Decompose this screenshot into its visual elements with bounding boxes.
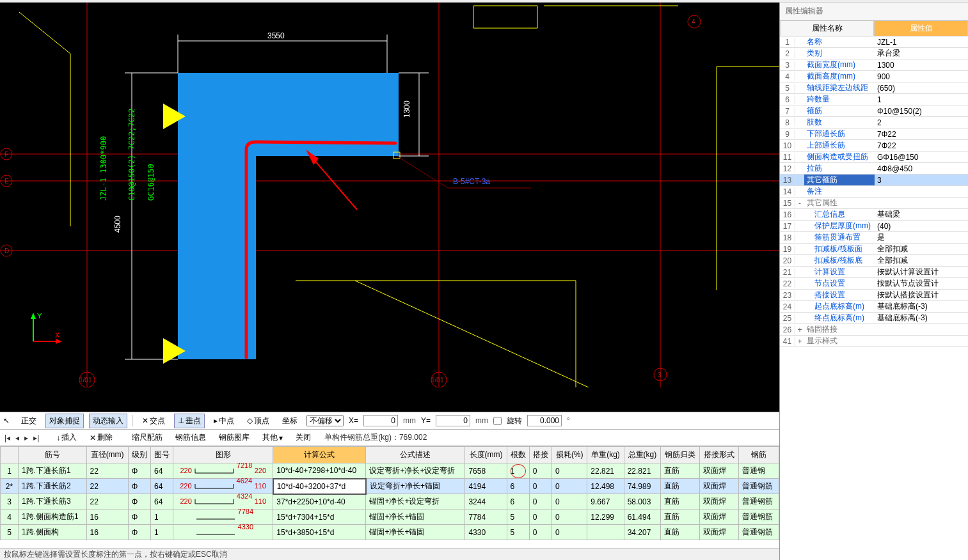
axis-num2: 4 bbox=[692, 19, 695, 26]
mid-btn[interactable]: ▸ 中点 bbox=[210, 414, 238, 428]
prop-row[interactable]: 14备注 bbox=[780, 186, 968, 198]
table-header[interactable]: 搭接 bbox=[529, 447, 551, 463]
table-header[interactable]: 计算公式 bbox=[273, 447, 366, 463]
cad-canvas[interactable]: 3 4 F E D 1/01 1/01 bbox=[0, 3, 779, 412]
prop-row[interactable]: 20扣减板/筏板底全部扣减 bbox=[780, 255, 968, 267]
table-header[interactable]: 损耗(%) bbox=[552, 447, 587, 463]
prop-row[interactable]: 12拉筋4Φ8@450 bbox=[780, 163, 968, 175]
prop-row[interactable]: 4截面高度(mm)900 bbox=[780, 71, 968, 82]
close-btn[interactable]: 关闭 bbox=[292, 431, 314, 444]
svg-text:D: D bbox=[4, 247, 9, 254]
prop-row[interactable]: 11侧面构造或受扭筋GΦ16@150 bbox=[780, 152, 968, 163]
table-row[interactable]: 41跨.侧面构造筋116Φ17784 15*d+7304+15*d锚固+净长+锚… bbox=[1, 509, 779, 525]
svg-marker-26 bbox=[56, 339, 62, 344]
dim-right: 1300 bbox=[402, 100, 411, 118]
table-row[interactable]: 31跨.下通长筋322Φ642204324 11037*d+2250+10*d-… bbox=[1, 494, 779, 509]
prop-row[interactable]: 16汇总信息基础梁 bbox=[780, 209, 968, 221]
table-header[interactable]: 单重(kg) bbox=[587, 447, 624, 463]
table-header[interactable]: 级别 bbox=[128, 447, 150, 463]
snap-toolbar: ↖ 正交 对象捕捉 动态输入 ✕ 交点 ⊥ 垂点 ▸ 中点 ◇ 顶点 坐标 不偏… bbox=[0, 412, 779, 430]
prop-row[interactable]: 26+锚固搭接 bbox=[780, 324, 968, 336]
perp-btn[interactable]: ⊥ 垂点 bbox=[174, 414, 205, 428]
prop-row[interactable]: 8肢数2 bbox=[780, 117, 968, 128]
prop-row[interactable]: 19扣减板/筏板面全部扣减 bbox=[780, 244, 968, 255]
ortho-btn[interactable]: 正交 bbox=[17, 414, 40, 428]
property-panel: 属性编辑器 属性名称 属性值 1名称JZL-12类别承台梁3截面宽度(mm)13… bbox=[779, 3, 968, 560]
axis-bot: 1/01 bbox=[79, 377, 92, 384]
table-header[interactable]: 搭接形式 bbox=[699, 447, 738, 463]
table-header[interactable]: 图号 bbox=[150, 447, 173, 463]
axis-num: 3 bbox=[658, 371, 662, 378]
insert-btn[interactable]: ↓ 插入 bbox=[53, 431, 80, 444]
table-header[interactable]: 公式描述 bbox=[366, 447, 465, 463]
dim-top: 3550 bbox=[267, 31, 285, 40]
rotate-input[interactable] bbox=[527, 415, 562, 426]
prop-row[interactable]: 10上部通长筋7Φ22 bbox=[780, 140, 968, 152]
prop-row[interactable]: 13其它箍筋3 bbox=[780, 175, 968, 186]
x-input[interactable] bbox=[363, 415, 398, 426]
lib-btn[interactable]: 钢筋图库 bbox=[216, 431, 253, 444]
table-header[interactable]: 钢筋 bbox=[738, 447, 779, 463]
svg-line-21 bbox=[397, 156, 448, 188]
y-input[interactable] bbox=[436, 415, 470, 426]
prop-row[interactable]: 5轴线距梁左边线距(650) bbox=[780, 82, 968, 94]
prop-row[interactable]: 25终点底标高(m)基础底标高(-3) bbox=[780, 313, 968, 324]
table-header[interactable]: 长度(mm) bbox=[465, 447, 507, 463]
table-header[interactable] bbox=[1, 447, 19, 463]
statusbar: 按鼠标左键选择需设置长度标注的第一点，按右键确定或ESC取消 bbox=[0, 548, 779, 560]
prop-row[interactable]: 1名称JZL-1 bbox=[780, 36, 968, 48]
svg-text:E: E bbox=[4, 178, 9, 185]
rotate-check[interactable] bbox=[493, 417, 502, 425]
table-header[interactable]: 直径(mm) bbox=[86, 447, 128, 463]
prop-title: 属性编辑器 bbox=[780, 3, 968, 20]
coord-btn[interactable]: 坐标 bbox=[278, 414, 301, 428]
cross-btn[interactable]: ✕ 交点 bbox=[138, 414, 169, 428]
first-icon[interactable]: |◂ bbox=[3, 433, 12, 442]
table-row[interactable]: 11跨.下通长筋122Φ642207218 22010*d-40+7298+10… bbox=[1, 463, 779, 479]
prop-row[interactable]: 18箍筋贯通布置是 bbox=[780, 232, 968, 244]
info-btn[interactable]: 钢筋信息 bbox=[172, 431, 209, 444]
prop-row[interactable]: 24起点底标高(m)基础底标高(-3) bbox=[780, 301, 968, 313]
total-weight: 单构件钢筋总重(kg)：769.002 bbox=[324, 432, 427, 443]
rebar-table: 筋号直径(mm)级别图号图形计算公式公式描述长度(mm)根数搭接损耗(%)单重(… bbox=[0, 446, 779, 540]
prop-row[interactable]: 7箍筋Φ10@150(2) bbox=[780, 105, 968, 117]
table-header[interactable]: 图形 bbox=[173, 447, 273, 463]
prop-val-header: 属性值 bbox=[874, 20, 968, 36]
svg-text:1/01: 1/01 bbox=[431, 377, 444, 384]
table-header[interactable]: 钢筋归类 bbox=[661, 447, 700, 463]
prop-row[interactable]: 23搭接设置按默认搭接设置计 bbox=[780, 290, 968, 301]
next-icon[interactable]: ▸ bbox=[23, 433, 29, 442]
prop-row[interactable]: 41+显示样式 bbox=[780, 336, 968, 347]
table-header[interactable]: 根数 bbox=[507, 447, 529, 463]
prop-row[interactable]: 2类别承台梁 bbox=[780, 48, 968, 59]
prop-row[interactable]: 21计算设置按默认计算设置计 bbox=[780, 267, 968, 278]
side-label: GC16@150 bbox=[147, 164, 155, 201]
rebar-table-area[interactable]: 筋号直径(mm)级别图号图形计算公式公式描述长度(mm)根数搭接损耗(%)单重(… bbox=[0, 446, 779, 548]
prop-row[interactable]: 15-其它属性 bbox=[780, 198, 968, 209]
other-btn[interactable]: 其他 ▾ bbox=[259, 431, 286, 444]
scale-btn[interactable]: 缩尺配筋 bbox=[129, 431, 166, 444]
table-row[interactable]: 51跨.侧面构16Φ14330 15*d+3850+15*d锚固+净长+锚固43… bbox=[1, 525, 779, 540]
prop-row[interactable]: 3截面宽度(mm)1300 bbox=[780, 59, 968, 71]
prop-row[interactable]: 9下部通长筋7Φ22 bbox=[780, 128, 968, 140]
prev-icon[interactable]: ◂ bbox=[14, 433, 20, 442]
vertex-btn[interactable]: ◇ 顶点 bbox=[243, 414, 273, 428]
prop-row[interactable]: 6跨数量1 bbox=[780, 94, 968, 105]
snap-btn[interactable]: 对象捕捉 bbox=[45, 414, 84, 428]
table-header[interactable]: 筋号 bbox=[19, 447, 87, 463]
cursor-icon: ↖ bbox=[3, 416, 12, 425]
prop-row[interactable]: 17保护层厚度(mm)(40) bbox=[780, 221, 968, 232]
table-header[interactable]: 总重(kg) bbox=[624, 447, 660, 463]
dyn-btn[interactable]: 动态输入 bbox=[89, 414, 127, 428]
last-icon[interactable]: ▸| bbox=[32, 433, 40, 442]
ref-label: B-5#CT-3a bbox=[453, 177, 490, 186]
beam-label: JZL-1 1300*900 bbox=[99, 136, 108, 201]
svg-text:X: X bbox=[55, 331, 60, 339]
svg-marker-24 bbox=[31, 313, 36, 319]
dim-left: 4500 bbox=[113, 215, 122, 233]
offset-select[interactable]: 不偏移 bbox=[306, 415, 344, 426]
table-row[interactable]: 2*1跨.下通长筋222Φ642204624 11010*d-40+3200+3… bbox=[1, 479, 779, 494]
prop-row[interactable]: 22节点设置按默认节点设置计 bbox=[780, 278, 968, 290]
delete-btn[interactable]: ✕ 删除 bbox=[86, 431, 116, 444]
rein-label: C10@150(2) 7C22;7C22 bbox=[127, 109, 136, 201]
